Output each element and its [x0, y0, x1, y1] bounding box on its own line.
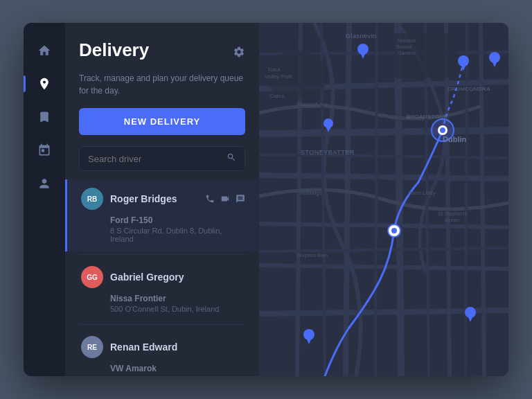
calendar-icon [37, 143, 51, 157]
sidebar-item-location[interactable] [30, 70, 58, 98]
svg-text:Valley Park: Valley Park [265, 73, 293, 80]
driver-item[interactable]: RE Renan Edward VW Amarok 744 Parnell St… [65, 328, 259, 376]
message-icon[interactable] [236, 194, 245, 204]
svg-line-2 [259, 130, 508, 134]
new-delivery-button[interactable]: NEW DELIVERY [79, 108, 245, 135]
app-container: Delivery Track, manage and plan your del… [24, 23, 508, 376]
map-area[interactable]: Glasnevin Tolka Valley Park National Bot… [259, 23, 508, 376]
search-icon [227, 152, 236, 165]
driver-info: Ford F-150 8 S Circular Rd, Dublin 8, Du… [110, 215, 245, 243]
sidebar-item-user[interactable] [30, 170, 58, 197]
gear-icon [233, 46, 245, 58]
svg-text:River Liffey: River Liffey [408, 190, 436, 196]
sidebar-item-bookmark[interactable] [30, 103, 58, 131]
avatar: RB [81, 188, 103, 210]
driver-info: Nissa Frontier 500 O'Connell St, Dubin, … [110, 294, 245, 313]
user-icon [37, 177, 51, 190]
driver-actions [205, 194, 245, 204]
svg-text:St.Stephen's: St.Stephen's [438, 211, 468, 217]
location-icon [37, 77, 51, 91]
video-icon[interactable] [220, 194, 230, 204]
panel-header: Delivery Track, manage and plan your del… [65, 23, 259, 108]
svg-text:Glasnevin: Glasnevin [346, 33, 377, 39]
svg-text:National: National [398, 38, 416, 43]
driver-item-header: RE Renan Edward [81, 336, 245, 358]
svg-text:BROADSTONE: BROADSTONE [407, 114, 447, 120]
sidebar [24, 23, 65, 376]
svg-text:Botanic: Botanic [396, 44, 413, 49]
divider [79, 254, 245, 255]
divider [79, 324, 245, 325]
map-svg: Glasnevin Tolka Valley Park National Bot… [259, 23, 508, 376]
panel-title: Delivery [79, 39, 149, 61]
svg-text:Gardens: Gardens [398, 51, 416, 55]
svg-point-31 [391, 228, 397, 233]
driver-vehicle: Ford F-150 [110, 215, 245, 225]
driver-vehicle: Nissa Frontier [110, 294, 245, 303]
search-bar [79, 146, 245, 171]
svg-text:ndbridge: ndbridge [301, 190, 323, 196]
driver-name: Gabriel Gregory [110, 272, 245, 283]
driver-name: Renan Edward [110, 342, 245, 353]
svg-text:Dublin: Dublin [443, 135, 466, 143]
svg-text:Fassaugh Ave: Fassaugh Ave [297, 102, 328, 107]
svg-line-18 [466, 23, 467, 376]
svg-text:Cabra: Cabra [269, 93, 285, 99]
settings-button[interactable] [233, 46, 245, 61]
driver-vehicle: VW Amarok [110, 364, 245, 373]
svg-text:Green: Green [445, 217, 459, 223]
driver-address: 500 O'Connell St, Dubin, Ireland [110, 305, 245, 313]
avatar: RE [81, 336, 103, 358]
driver-info: VW Amarok 744 Parnell St, Dublin, Irelan… [110, 364, 245, 376]
driver-name: Roger Bridges [110, 193, 205, 204]
bookmark-icon [37, 110, 51, 124]
svg-point-23 [440, 127, 445, 133]
svg-text:Tolka: Tolka [267, 66, 281, 73]
search-input[interactable] [88, 154, 227, 164]
panel-subtitle: Track, manage and plan your delivery que… [79, 72, 245, 97]
driver-item[interactable]: RB Roger Bridges Ford F-150 8 S Circular… [65, 179, 259, 251]
home-icon [37, 44, 51, 57]
avatar: GG [81, 266, 103, 288]
driver-item-header: GG Gabriel Gregory [81, 266, 245, 288]
svg-line-3 [259, 175, 508, 179]
svg-text:STONEYBATTER: STONEYBATTER [301, 149, 355, 156]
svg-text:DRUMCONDRA: DRUMCONDRA [447, 86, 490, 92]
sidebar-item-calendar[interactable] [30, 136, 58, 164]
driver-list: RB Roger Bridges Ford F-150 8 S Circular… [65, 179, 259, 376]
phone-icon[interactable] [205, 194, 215, 204]
driver-address: 8 S Circular Rd, Dublin 8, Dublin, Irela… [110, 227, 245, 243]
driver-address: 744 Parnell St, Dublin, Ireland [110, 375, 245, 376]
svg-line-16 [375, 23, 377, 376]
panel: Delivery Track, manage and plan your del… [65, 23, 259, 376]
svg-line-8 [346, 23, 349, 376]
driver-item[interactable]: GG Gabriel Gregory Nissa Frontier 500 O'… [65, 258, 259, 321]
svg-text:Dolphins Barn: Dolphins Barn [297, 253, 328, 258]
sidebar-item-home[interactable] [30, 37, 58, 64]
driver-item-header: RB Roger Bridges [81, 188, 245, 210]
